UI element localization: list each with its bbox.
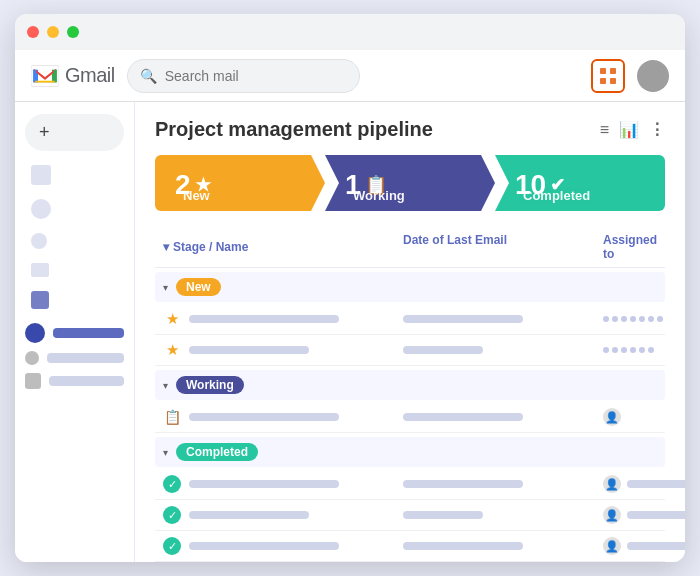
compose-button[interactable]: +	[25, 114, 124, 151]
row-cell-completed-assigned-3: 👤	[603, 537, 685, 555]
table-row[interactable]: ✓ 👤	[155, 531, 665, 562]
row-cell-task-date	[403, 413, 603, 421]
person-icon-3: 👤	[603, 537, 621, 555]
table-row[interactable]: ✓ 👤	[155, 469, 665, 500]
nav-item-1[interactable]	[25, 323, 124, 343]
sidebar-icon-inbox[interactable]	[31, 165, 51, 185]
row-cell-assigned-2	[603, 347, 657, 353]
completed-date-2	[403, 511, 483, 519]
main-area: +	[15, 102, 685, 562]
pipeline-stages: 2 ★ New 1 📋 Working	[155, 155, 665, 211]
stage-new-label: New	[183, 188, 210, 203]
col-stage-name[interactable]: ▾ Stage / Name	[163, 233, 403, 261]
svg-rect-6	[600, 68, 606, 74]
completed-placeholder-1	[189, 480, 339, 488]
nav-item-3[interactable]	[25, 373, 124, 389]
row-cell-completed-assigned-2: 👤	[603, 506, 685, 524]
sidebar-icon-check[interactable]	[31, 263, 49, 277]
date-placeholder	[403, 315, 523, 323]
stage-new[interactable]: 2 ★ New	[155, 155, 325, 211]
row-cell-task: 📋	[163, 408, 403, 426]
row-cell-completed-3: ✓	[163, 537, 403, 555]
completed-date-3	[403, 542, 523, 550]
row-cell-completed-2: ✓	[163, 506, 403, 524]
person-placeholder-2: 👤	[603, 506, 685, 524]
task-date-placeholder	[403, 413, 523, 421]
table-row[interactable]: ★	[155, 335, 665, 366]
date-placeholder-2	[403, 346, 483, 354]
filter-icon[interactable]: ≡	[600, 121, 609, 139]
sidebar-icons	[25, 161, 124, 313]
badge-completed: Completed	[176, 443, 258, 461]
row-cell-date-2	[403, 346, 603, 354]
task-icon: 📋	[163, 408, 181, 426]
group-row-working: ▾ Working	[155, 370, 665, 400]
grid-view-button[interactable]	[591, 59, 625, 93]
completed-placeholder-2	[189, 511, 309, 519]
star-icon-2: ★	[163, 341, 181, 359]
sidebar-icon-clock[interactable]	[31, 233, 47, 249]
gmail-m-icon	[31, 62, 59, 90]
person-name-bar-1	[627, 480, 685, 488]
chevron-completed[interactable]: ▾	[163, 447, 168, 458]
titlebar	[15, 14, 685, 50]
search-bar[interactable]: 🔍	[127, 59, 360, 93]
sidebar-icon-starred[interactable]	[31, 199, 51, 219]
gmail-toolbar: Gmail 🔍	[15, 50, 685, 102]
person-name-bar-3	[627, 542, 685, 550]
row-cell-completed-date-2	[403, 511, 603, 519]
check-circle-3: ✓	[163, 537, 181, 555]
svg-rect-8	[600, 78, 606, 84]
col-assigned: Assigned to	[603, 233, 657, 261]
table-row[interactable]: ✓ 👤	[155, 500, 665, 531]
check-circle-2: ✓	[163, 506, 181, 524]
main-content: Project management pipeline ≡ 📊 ⋮ 2 ★ Ne…	[135, 102, 685, 562]
plus-icon: +	[39, 122, 50, 143]
row-cell-completed-date-3	[403, 542, 603, 550]
app-window: Gmail 🔍 +	[15, 14, 685, 562]
search-input[interactable]	[165, 68, 347, 84]
completed-placeholder-3	[189, 542, 339, 550]
row-cell-completed-assigned-1: 👤	[603, 475, 685, 493]
sidebar-icon-grid[interactable]	[31, 291, 49, 309]
nav-line-active	[53, 328, 124, 338]
page-title-text: Project management pipeline	[155, 118, 433, 141]
assigned-dots-2	[603, 347, 654, 353]
person-placeholder-1: 👤	[603, 475, 685, 493]
table-row[interactable]: 📋 👤	[155, 402, 665, 433]
chart-icon[interactable]: 📊	[619, 120, 639, 139]
col-date-label: Date of Last Email	[403, 233, 507, 247]
more-icon[interactable]: ⋮	[649, 120, 665, 139]
group-label-new: ▾ New	[163, 278, 403, 296]
badge-new: New	[176, 278, 221, 296]
chevron-new[interactable]: ▾	[163, 282, 168, 293]
maximize-button[interactable]	[67, 26, 79, 38]
badge-working: Working	[176, 376, 244, 394]
group-label-working: ▾ Working	[163, 376, 403, 394]
nav-dot-gray	[25, 351, 39, 365]
gmail-logo: Gmail	[31, 62, 115, 90]
stage-working[interactable]: 1 📋 Working	[325, 155, 495, 211]
nav-item-2[interactable]	[25, 351, 124, 365]
row-cell-date	[403, 315, 603, 323]
group-row-completed: ▾ Completed	[155, 437, 665, 467]
person-placeholder-3: 👤	[603, 537, 685, 555]
gmail-label: Gmail	[65, 64, 115, 87]
row-cell-completed-date-1	[403, 480, 603, 488]
grid-icon	[599, 67, 617, 85]
row-cell-task-assigned: 👤	[603, 408, 657, 426]
sidebar: +	[15, 102, 135, 562]
sort-arrow: ▾	[163, 240, 169, 254]
page-header: Project management pipeline ≡ 📊 ⋮	[155, 118, 665, 141]
close-button[interactable]	[27, 26, 39, 38]
table-row[interactable]: ★	[155, 304, 665, 335]
nav-square	[25, 373, 41, 389]
star-icon: ★	[163, 310, 181, 328]
name-placeholder-2	[189, 346, 309, 354]
chevron-working[interactable]: ▾	[163, 380, 168, 391]
group-label-completed: ▾ Completed	[163, 443, 403, 461]
group-row-new: ▾ New	[155, 272, 665, 302]
user-avatar[interactable]	[637, 60, 669, 92]
stage-completed[interactable]: 10 ✔ Completed	[495, 155, 665, 211]
minimize-button[interactable]	[47, 26, 59, 38]
